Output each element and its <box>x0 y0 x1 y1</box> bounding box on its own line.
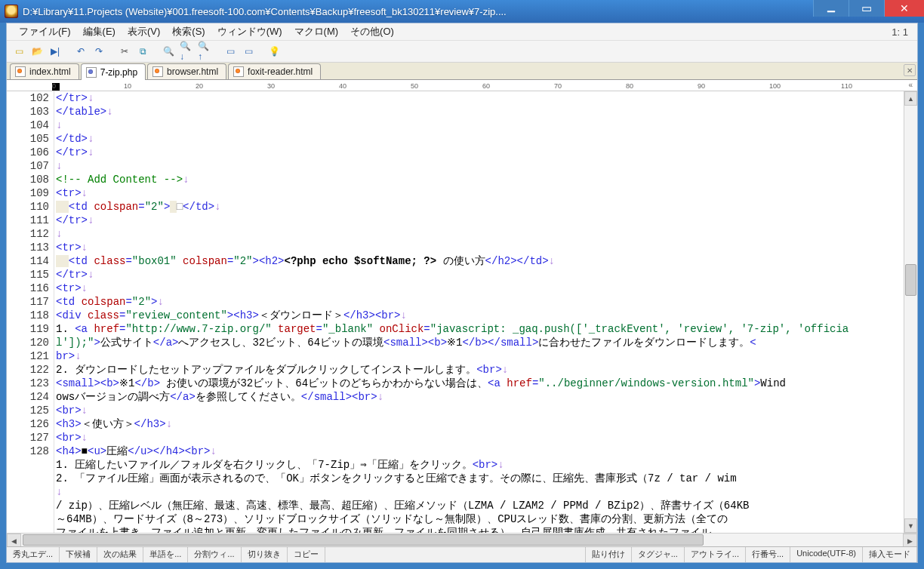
ruler-label: 30 <box>267 82 275 90</box>
tab-7zip-php[interactable]: 7-zip.php <box>81 63 146 80</box>
code-line[interactable]: <h3>＜使い方＞</h3>↓ <box>56 417 904 431</box>
code-line[interactable]: ～64MB）、ワードサイズ（8～273）、ソリッドブロックサイズ（ソリッドなし～… <box>56 512 904 526</box>
line-number: 106 <box>7 146 49 159</box>
editor[interactable]: 1021031041051061071081091101111121131141… <box>7 91 917 533</box>
status-split[interactable]: 分割ウィ... <box>188 547 241 562</box>
scroll-up-icon[interactable]: ▲ <box>904 91 917 106</box>
code-line[interactable]: <br>↓ <box>56 431 904 444</box>
code-line[interactable]: </tr>↓ <box>56 214 904 227</box>
code-line[interactable]: l']);">公式サイト</a>へアクセスし、32ビット、64ビットの環境<sm… <box>56 336 904 349</box>
code-line[interactable]: <div class="review_content"><h3>＜ダウンロード＞… <box>56 309 904 322</box>
redo-icon[interactable]: ↷ <box>91 44 106 59</box>
code-line[interactable]: <tr>↓ <box>56 281 904 295</box>
menu-search[interactable]: 検索(S) <box>166 25 211 38</box>
scroll-thumb-h[interactable] <box>23 534 704 546</box>
ruler-label: 90 <box>698 82 705 90</box>
vertical-scrollbar[interactable]: ▲ ▼ <box>904 91 917 533</box>
close-button[interactable] <box>884 0 924 17</box>
status-candidate[interactable]: 下候補 <box>60 547 97 562</box>
menu-window[interactable]: ウィンドウ(W) <box>211 25 288 38</box>
code-line[interactable]: </td>↓ <box>56 132 904 146</box>
horizontal-scrollbar[interactable]: ◀ ▶ <box>7 533 917 546</box>
menu-file[interactable]: ファイル(F) <box>13 25 77 38</box>
new-file-icon[interactable]: ▭ <box>11 44 26 59</box>
status-next-result[interactable]: 次の結果 <box>97 547 143 562</box>
status-encoding[interactable]: Unicode(UTF-8) <box>790 547 863 562</box>
code-line[interactable]: 2. 「ファイル圧縮」画面が表示されるので、「OK」ボタンをクリックすると圧縮で… <box>56 472 904 485</box>
tabbar-close-icon[interactable]: ✕ <box>904 64 916 76</box>
code-line[interactable]: ファイルを上書き、ファイル追加と更新、変更したファイルのみ更新、ファイルを同期さ… <box>56 526 904 533</box>
maximize-button[interactable] <box>849 0 884 17</box>
ruler-label: 40 <box>339 82 346 90</box>
status-word[interactable]: 単語を... <box>143 547 188 562</box>
find-prev-icon[interactable]: 🔍↑ <box>197 44 212 59</box>
code-line[interactable]: / zip）、圧縮レベル（無圧縮、最速、高速、標準、最高、超圧縮）、圧縮メソッド… <box>56 499 904 512</box>
menu-edit[interactable]: 編集(E) <box>77 25 122 38</box>
code-line[interactable]: ↓ <box>56 159 904 173</box>
code-line[interactable]: <td colspan="2"> □</td>↓ <box>56 200 904 214</box>
code-line[interactable]: </table>↓ <box>56 105 904 118</box>
menu-macro[interactable]: マクロ(M) <box>288 25 345 38</box>
tab-label: 7-zip.php <box>100 67 137 78</box>
line-number: 118 <box>7 309 49 322</box>
tab-browser-html[interactable]: browser.html <box>147 63 226 79</box>
status-linenum[interactable]: 行番号... <box>746 547 790 562</box>
line-number: 123 <box>7 377 49 390</box>
status-appname[interactable]: 秀丸エデ... <box>7 547 60 562</box>
ruler-label: 0 <box>52 82 56 90</box>
open-file-icon[interactable]: 📂 <box>29 44 45 59</box>
line-number: 107 <box>7 159 49 173</box>
code-line[interactable]: <br>↓ <box>56 404 904 417</box>
minimize-button[interactable] <box>813 0 849 17</box>
ruler-label: 70 <box>554 82 562 90</box>
code-line[interactable]: <!-- Add Content -->↓ <box>56 173 904 186</box>
tab-index-html[interactable]: index.html <box>10 63 79 79</box>
line-number: 114 <box>7 254 49 268</box>
find-icon[interactable]: 🔍 <box>161 44 176 59</box>
find-next-icon[interactable]: 🔍↓ <box>179 44 194 59</box>
status-cut[interactable]: 切り抜き <box>242 547 288 562</box>
scroll-down-icon[interactable]: ▼ <box>904 518 917 533</box>
code-line[interactable]: 1. 圧縮したいファイル／フォルダを右クリックし、「7-Zip」⇒「圧縮」をクリ… <box>56 458 904 472</box>
cut-icon[interactable]: ✂ <box>117 44 132 59</box>
code-line[interactable]: ↓ <box>56 227 904 241</box>
line-number: 105 <box>7 132 49 146</box>
code-line[interactable]: <td colspan="2">↓ <box>56 295 904 309</box>
line-number: 102 <box>7 91 49 105</box>
tab-foxit-reader-html[interactable]: foxit-reader.html <box>228 63 321 79</box>
code-line[interactable]: <tr>↓ <box>56 241 904 254</box>
status-paste[interactable]: 貼り付け <box>586 547 632 562</box>
status-tagjump[interactable]: タグジャ... <box>632 547 685 562</box>
code-line[interactable]: <small><b>※1</b> お使いの環境が32ビット、64ビットのどちらか… <box>56 377 904 390</box>
status-copy[interactable]: コピー <box>288 547 325 562</box>
code-line[interactable]: <td class="box01" colspan="2"><h2><?php … <box>56 254 904 268</box>
status-insertmode[interactable]: 挿入モード <box>863 547 917 562</box>
code-area[interactable]: </tr>↓</table>↓↓</td>↓</tr>↓↓<!-- Add Co… <box>54 91 904 533</box>
tab-label: browser.html <box>167 66 218 77</box>
code-line[interactable]: ↓ <box>56 485 904 499</box>
code-line[interactable]: </tr>↓ <box>56 268 904 281</box>
code-line[interactable]: br>↓ <box>56 349 904 363</box>
scroll-thumb[interactable] <box>905 264 916 296</box>
copy-icon[interactable]: ⧉ <box>135 44 150 59</box>
line-number: 119 <box>7 322 49 336</box>
menu-view[interactable]: 表示(V) <box>122 25 166 38</box>
code-line[interactable]: 2. ダウンロードしたセットアップファイルをダブルクリックしてインストールします… <box>56 363 904 377</box>
ruler-label: 80 <box>626 82 633 90</box>
window-list-icon[interactable]: ▭ <box>241 44 256 59</box>
code-line[interactable]: ↓ <box>56 118 904 132</box>
status-outline[interactable]: アウトライ... <box>685 547 746 562</box>
code-line[interactable]: <h4>■<u>圧縮</u></h4><br>↓ <box>56 444 904 458</box>
code-line[interactable]: </tr>↓ <box>56 91 904 105</box>
code-line[interactable]: <tr>↓ <box>56 186 904 200</box>
save-icon[interactable]: ▶| <box>48 44 63 59</box>
help-icon[interactable]: 💡 <box>266 44 282 59</box>
code-line[interactable]: 1. <a href="http://www.7-zip.org/" targe… <box>56 322 904 336</box>
code-line[interactable]: </tr>↓ <box>56 146 904 159</box>
undo-icon[interactable]: ↶ <box>73 44 88 59</box>
code-line[interactable]: owsバージョンの調べ方</a>を参照してください。</small><br>↓ <box>56 390 904 404</box>
line-number: 103 <box>7 105 49 118</box>
menu-other[interactable]: その他(O) <box>344 25 400 38</box>
bookmark-icon[interactable]: ▭ <box>223 44 238 59</box>
line-number: 116 <box>7 281 49 295</box>
